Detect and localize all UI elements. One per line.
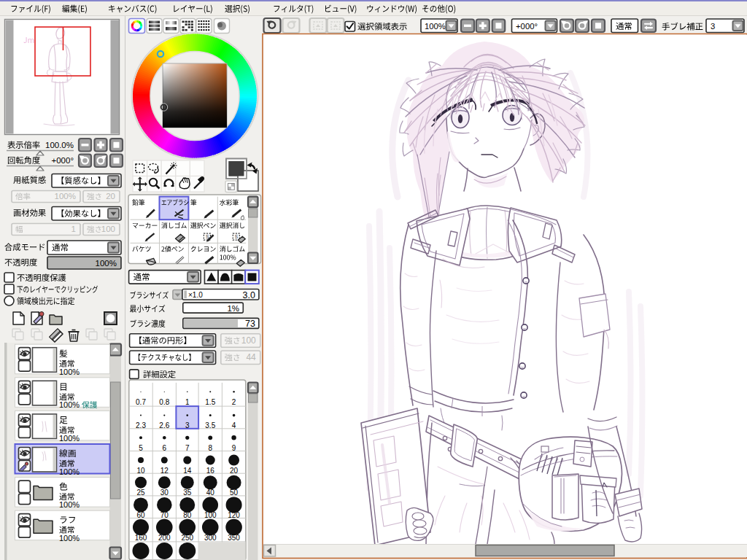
svg-text:20: 20 (106, 192, 115, 201)
svg-text:5: 5 (139, 444, 143, 452)
svg-text:100: 100 (204, 511, 217, 519)
svg-text:100.0%: 100.0% (45, 141, 74, 149)
svg-text:30: 30 (160, 489, 169, 497)
svg-text:73: 73 (245, 319, 255, 329)
svg-text:70: 70 (160, 511, 169, 519)
svg-text:+000°: +000° (51, 156, 74, 165)
svg-text:12: 12 (160, 467, 169, 475)
svg-text:3: 3 (711, 22, 715, 31)
svg-text:120: 120 (228, 511, 240, 519)
svg-text:350: 350 (228, 534, 240, 542)
svg-text:60: 60 (136, 511, 145, 519)
svg-text:1: 1 (71, 225, 76, 233)
svg-text:14: 14 (183, 467, 192, 475)
svg-text:S: S (235, 234, 239, 239)
svg-text:1: 1 (185, 398, 190, 406)
svg-text:100: 100 (101, 225, 115, 233)
svg-text:8: 8 (208, 444, 212, 452)
svg-text:3.5: 3.5 (205, 421, 215, 429)
svg-text:9: 9 (232, 444, 236, 452)
svg-text:200: 200 (158, 534, 171, 542)
svg-text:1%: 1% (227, 304, 239, 313)
svg-text:0.8: 0.8 (159, 398, 169, 406)
svg-text:100%: 100% (59, 400, 80, 409)
svg-text:40: 40 (206, 489, 215, 497)
svg-text:×1.0: ×1.0 (188, 291, 203, 299)
svg-text:3.0: 3.0 (243, 290, 255, 300)
svg-text:2: 2 (232, 398, 236, 406)
svg-text:4: 4 (232, 421, 236, 429)
svg-text:100: 100 (241, 335, 256, 346)
svg-text:250: 250 (181, 534, 193, 542)
svg-text:25: 25 (136, 489, 145, 497)
svg-text:2.3: 2.3 (136, 421, 146, 429)
svg-text:100%: 100% (96, 259, 117, 268)
svg-text:100%: 100% (59, 534, 80, 542)
svg-text:2.6: 2.6 (159, 421, 169, 429)
svg-text:100%: 100% (59, 467, 80, 476)
svg-text:0.7: 0.7 (136, 398, 146, 406)
svg-text:100%: 100% (59, 368, 80, 376)
svg-text:100%: 100% (59, 500, 80, 509)
svg-text:16: 16 (206, 467, 215, 475)
svg-text:100%: 100% (55, 192, 76, 201)
svg-text:80: 80 (183, 511, 192, 519)
svg-text:1.5: 1.5 (205, 398, 215, 406)
svg-text:100%: 100% (59, 434, 80, 443)
svg-text:6: 6 (163, 444, 167, 452)
svg-text:S: S (206, 234, 209, 239)
svg-text:300: 300 (204, 534, 217, 542)
svg-text:100%: 100% (425, 22, 446, 31)
svg-text:20: 20 (230, 467, 239, 475)
svg-text:3: 3 (185, 421, 190, 429)
svg-text:50: 50 (230, 489, 239, 497)
svg-text:44: 44 (246, 352, 256, 362)
svg-text:35: 35 (183, 489, 192, 497)
svg-text:+000°: +000° (516, 22, 538, 31)
svg-text:160: 160 (135, 534, 147, 542)
svg-text:10: 10 (136, 467, 145, 475)
svg-text:7: 7 (185, 444, 190, 452)
